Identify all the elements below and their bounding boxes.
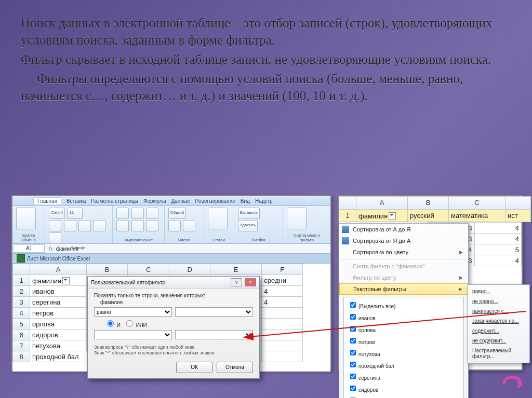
ribbon-tabs: Главная Вставка Разметка страницы Формул… — [12, 196, 330, 206]
border-icon[interactable] — [93, 220, 105, 231]
col-E[interactable]: E — [210, 264, 262, 275]
cancel-button[interactable]: Отмена — [217, 362, 253, 373]
autofilter-menu: Сортировка от А до Я Сортировка от Я до … — [339, 223, 469, 398]
col-A[interactable]: A — [30, 264, 87, 275]
group-clipboard: Буфер обмена — [16, 233, 42, 242]
dialog-field: фамилия — [94, 299, 253, 305]
formula-input[interactable]: фамилия — [56, 246, 78, 252]
corner-cell[interactable] — [339, 197, 356, 210]
hdr-lastname: фамилия — [32, 277, 61, 285]
filter-equals[interactable]: равно... — [468, 286, 529, 296]
para-3: Фильтры определяются с помощью условий п… — [21, 70, 513, 104]
radio-and[interactable]: И — [104, 319, 121, 328]
col-D[interactable]: D — [169, 264, 210, 275]
tab-formulas[interactable]: Формулы — [143, 198, 166, 204]
hint-1: Знак вопроса "?" обозначает один любой з… — [94, 345, 253, 350]
corner-cell[interactable] — [13, 264, 30, 275]
excel-icon — [17, 254, 25, 263]
tab-home[interactable]: Главная — [33, 197, 61, 204]
excel-main-screenshot: Главная Вставка Разметка страницы Формул… — [11, 195, 331, 370]
align-left-icon[interactable] — [116, 220, 129, 231]
tab-layout[interactable]: Разметка страницы — [91, 198, 138, 204]
delete-cells[interactable]: Удалить — [238, 220, 258, 231]
percent-icon[interactable] — [168, 220, 181, 231]
group-sort: Сортировка и фильтр — [286, 233, 327, 242]
clear-filter-icon — [342, 263, 349, 270]
styles-icon[interactable] — [208, 208, 228, 229]
radio-or[interactable]: ИЛИ — [124, 319, 147, 328]
close-icon[interactable]: × — [245, 278, 256, 286]
group-align: Выравнивание — [116, 238, 161, 242]
filter-not-contains[interactable]: не содержит... — [468, 336, 529, 346]
font-family[interactable]: Calibri — [49, 208, 65, 219]
doc-window-title: Лист Microsoft Office Excel — [12, 254, 330, 264]
condition1-op[interactable]: равно — [94, 307, 172, 317]
insert-cells[interactable]: Вставить — [238, 208, 260, 219]
fill-icon[interactable] — [49, 232, 61, 244]
text-filters[interactable]: Текстовые фильтры▶ — [339, 283, 468, 295]
sort-filter-icon[interactable] — [287, 208, 307, 229]
group-cells: Ячейки — [237, 238, 280, 242]
ok-button[interactable]: ОК — [176, 362, 212, 373]
comma-icon[interactable] — [183, 220, 195, 231]
italic-icon[interactable] — [64, 220, 76, 231]
custom-autofilter-dialog: Пользовательский автофильтр ? × Показать… — [87, 276, 260, 379]
filter-dropdown-icon[interactable] — [62, 277, 70, 284]
bold-icon[interactable] — [49, 220, 61, 231]
filter-not-equals[interactable]: не равно... — [468, 296, 529, 306]
tab-review[interactable]: Рецензирование — [195, 198, 235, 204]
sort-az[interactable]: Сортировка от А до Я — [339, 224, 468, 235]
filter-begins[interactable]: начинается с... — [468, 306, 529, 316]
group-styles: Стили — [207, 238, 231, 242]
tab-data[interactable]: Данные — [171, 198, 190, 204]
excel-filter-menu-screenshot: A B C 1 фамилия русский математика ист 3… — [338, 195, 523, 370]
tab-insert[interactable]: Вставка — [66, 198, 86, 204]
condition2-op[interactable] — [94, 330, 172, 339]
text-filters-submenu: равно... не равно... начинается с... зак… — [468, 284, 530, 363]
clear-filter: Снять фильтр с "фамилия" — [339, 260, 468, 272]
align-mid-icon[interactable] — [131, 208, 144, 219]
align-center-icon[interactable] — [131, 220, 144, 231]
filter-ends[interactable]: заканчивается на... — [468, 316, 529, 326]
fx-icon[interactable]: fx — [46, 246, 56, 252]
dialog-subtitle: Показать только те строки, значения кото… — [94, 293, 253, 298]
dialog-title: Пользовательский автофильтр — [91, 280, 165, 285]
para-1: Поиск данных в электронной таблице – это… — [21, 15, 513, 49]
filter-by-color: Фильтр по цвету▶ — [339, 272, 468, 283]
filter-values-list[interactable]: (Выделить все) иванов орлова петров пету… — [343, 297, 464, 398]
condition2-val[interactable] — [175, 330, 253, 339]
help-icon[interactable]: ? — [231, 278, 242, 286]
para-2: Фильтр скрывает в исходной таблице запис… — [21, 51, 513, 68]
tab-addins[interactable]: Надстр — [255, 198, 273, 204]
col-F[interactable]: F — [262, 264, 303, 275]
sort-az-icon — [342, 226, 349, 233]
sort-by-color[interactable]: Сортировка по цвету▶ — [339, 246, 468, 258]
col-B[interactable]: B — [87, 264, 128, 275]
sort-za-icon — [342, 237, 349, 244]
col-C[interactable]: C — [128, 264, 169, 275]
group-number: Число — [168, 238, 201, 242]
font-size[interactable]: 11 — [67, 208, 83, 219]
hint-2: Знак "*" обозначает последовательность л… — [94, 350, 253, 356]
tab-view[interactable]: Вид — [241, 198, 250, 204]
paste-icon[interactable] — [16, 208, 36, 229]
condition1-val[interactable] — [175, 307, 253, 317]
slide-text: Поиск данных в электронной таблице – это… — [21, 15, 513, 106]
filter-contains[interactable]: содержит... — [468, 326, 529, 336]
number-format[interactable]: Общий — [168, 208, 186, 219]
filter-dropdown-icon[interactable] — [389, 212, 396, 219]
align-bot-icon[interactable] — [146, 208, 158, 219]
filter-custom[interactable]: Настраиваемый фильтр... — [468, 346, 529, 361]
formula-bar: A1 fx фамилия — [12, 244, 330, 254]
sort-za[interactable]: Сортировка от Я до А — [339, 235, 468, 246]
ribbon: Буфер обмена Calibri 11 Шрифт — [12, 206, 330, 244]
name-box[interactable]: A1 — [14, 244, 45, 253]
return-arrow-icon[interactable] — [501, 374, 523, 393]
underline-icon[interactable] — [78, 220, 91, 231]
align-right-icon[interactable] — [146, 220, 158, 231]
align-top-icon[interactable] — [116, 208, 129, 219]
